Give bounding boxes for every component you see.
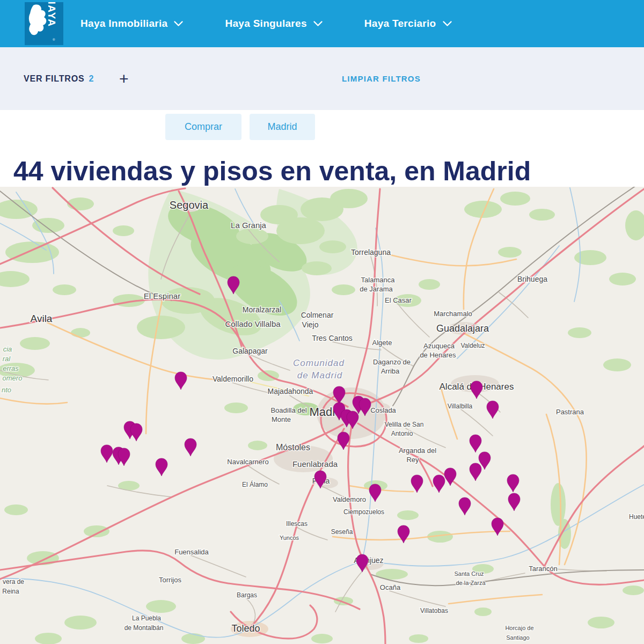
map-place-label: Brihuega [517, 275, 547, 283]
map-place-label: Santa Cruz [454, 570, 484, 577]
map-place-label: Pastrana [556, 408, 584, 416]
map-place-label: Moralzarzal [243, 305, 281, 314]
map-place-label: Valdemoro [333, 495, 366, 503]
filter-chip-comprar[interactable]: Comprar [165, 114, 241, 140]
map-place-label: de Henares [420, 351, 456, 359]
map-place-label: Daganzo de [373, 358, 411, 366]
map-place-label: de Jarama [360, 285, 393, 293]
map-place-label: Yuncos [280, 535, 299, 541]
map-place-label: ral [3, 355, 11, 363]
filter-chip-madrid[interactable]: Madrid [250, 114, 315, 140]
nav-haya-inmobiliaria[interactable]: Haya Inmobiliaria [80, 18, 183, 30]
map-place-label: Villatobas [420, 607, 448, 614]
map-place-label: Horcajo de [505, 625, 533, 631]
chip-label: Comprar [185, 121, 222, 133]
add-filter-button[interactable]: + [119, 47, 129, 110]
nav-haya-singulares[interactable]: Haya Singulares [225, 18, 322, 30]
map-place-label: omero [3, 374, 23, 382]
map-place-label: de Montalbán [125, 624, 164, 632]
map-place-label: Illescas [286, 520, 308, 528]
map-place-label: Collado Villalba [225, 319, 281, 328]
filter-count-badge: 2 [89, 74, 94, 84]
map-place-label: Guadalajara [436, 323, 489, 334]
map-place-label: Bargas [237, 591, 257, 599]
haya-logo-graphic: HAYA ® [25, 2, 63, 45]
map-place-label: La Puebla [132, 614, 161, 622]
map-place-label: Velilla de San [385, 421, 424, 428]
nav-haya-terciario[interactable]: Haya Terciario [364, 18, 452, 30]
map-place-label: Fuenlabrada [292, 459, 338, 469]
limpiar-label: LIMPIAR FILTROS [342, 74, 421, 83]
page: HAYA ® Haya Inmobiliaria Haya Singulares… [0, 0, 644, 644]
top-navigation-bar: HAYA ® Haya Inmobiliaria Haya Singulares… [0, 0, 644, 47]
map-place-label: Santiago [506, 634, 529, 641]
map-place-label: vera de [3, 578, 24, 586]
map-place-label: Talamanca [361, 276, 396, 284]
svg-text:®: ® [53, 38, 55, 41]
map-place-label: Torrijos [159, 576, 181, 584]
map-place-label: Arriba [381, 367, 400, 375]
nav-label: Haya Terciario [364, 18, 436, 30]
chevron-down-icon [174, 21, 183, 27]
nav-label: Haya Singulares [225, 18, 306, 30]
map-place-label: Ciempozuelos [343, 508, 384, 516]
map-place-label: Huete [629, 513, 644, 521]
map-place-label: Navalcarnero [227, 458, 268, 466]
map-place-label: Seseña [331, 528, 353, 536]
map-place-label: Coslada [370, 406, 396, 414]
map-place-label: Segovia [170, 199, 209, 211]
map-place-label: Comunidad [293, 358, 345, 368]
map-place-label: Villalbilla [448, 402, 473, 410]
map-place-label: La Granja [231, 221, 267, 230]
map-place-label: Viejo [302, 320, 319, 329]
map-place-label: Tres Cantos [312, 334, 353, 342]
filter-bar: VER FILTROS 2 + Comprar Madrid LIMPIAR F… [0, 47, 644, 110]
map[interactable]: SegoviaLa GranjaTorrelagunaTalamancade J… [0, 187, 644, 644]
map-place-label: de Madrid [297, 370, 343, 380]
map-place-label: Marchamalo [434, 310, 472, 318]
map-place-label: Majadahonda [268, 387, 313, 396]
map-place-label: Arganda del [399, 447, 436, 455]
chevron-down-icon [313, 21, 323, 27]
map-place-label: Tarancón [529, 565, 557, 573]
map-place-label: Antonio [391, 430, 413, 437]
map-place-label: Galapagar [232, 347, 268, 355]
logo-text: HAYA [46, 2, 57, 27]
map-place-label: El Espinar [144, 291, 180, 301]
limpiar-filtros-button[interactable]: LIMPIAR FILTROS [342, 47, 421, 110]
map-place-label: Avila [31, 313, 53, 324]
nav-label: Haya Inmobiliaria [80, 18, 167, 30]
map-place-label: de la Zarza [456, 580, 486, 586]
map-place-label: Boadilla del [270, 406, 306, 414]
map-place-label: Ocaña [380, 583, 401, 591]
map-place-label: Algete [372, 339, 392, 347]
ver-filtros-label: VER FILTROS [24, 74, 84, 84]
haya-logo[interactable]: HAYA ® [25, 2, 63, 45]
map-place-label: erras [3, 364, 19, 372]
map-place-label: Reina [2, 588, 19, 595]
map-place-label: nto [2, 386, 11, 394]
plus-icon: + [119, 70, 129, 88]
map-canvas: SegoviaLa GranjaTorrelagunaTalamancade J… [0, 187, 644, 644]
map-place-label: Fuensalida [174, 548, 209, 556]
map-place-label: Valdemorillo [213, 375, 253, 383]
map-place-label: Móstoles [276, 443, 310, 452]
map-place-label: Rey [406, 456, 419, 464]
main-nav: Haya Inmobiliaria Haya Singulares Haya T… [80, 0, 452, 47]
map-place-label: Monte [272, 415, 291, 423]
map-place-label: Colmenar [301, 311, 334, 319]
map-place-label: Torrelaguna [351, 248, 391, 257]
map-place-label: El Álamo [242, 480, 268, 488]
ver-filtros-button[interactable]: VER FILTROS 2 [24, 47, 94, 110]
map-place-label: Toledo [231, 623, 260, 634]
chip-label: Madrid [267, 121, 297, 133]
map-place-label: Azuqueca [423, 342, 455, 350]
map-place-label: cia [3, 345, 12, 353]
chevron-down-icon [443, 21, 452, 27]
map-place-label: Valdeluz [460, 342, 485, 349]
results-heading: 44 viviendas y pisos en venta, en Madrid [13, 156, 641, 187]
map-place-label: El Casar [385, 296, 412, 304]
